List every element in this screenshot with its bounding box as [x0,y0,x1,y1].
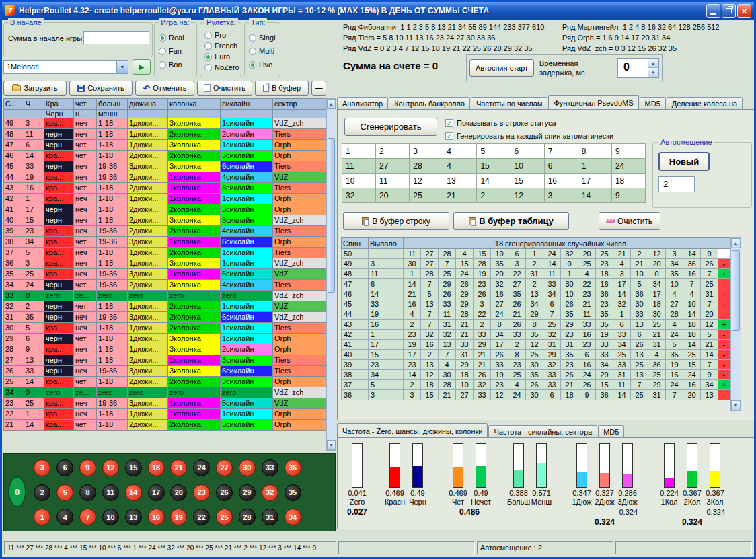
history-row[interactable]: 289кра...неч1-181дюжи...3колонка2сиклайн… [4,344,327,355]
history-row[interactable]: 3834кра...чет19-363дюжи...1колонка6сикла… [4,237,327,248]
radio-option-singl[interactable]: Singl [249,34,278,42]
history-row[interactable]: 330zeroze...zerozerozerozeroVdZ_zch [4,291,327,301]
history-row[interactable]: 4614кра...чет1-182дюжи...2колонка3сиклай… [4,151,327,161]
chevron-down-icon[interactable]: ▼ [116,61,128,73]
board-cell-21[interactable]: 21 [167,455,190,480]
board-cell-9[interactable]: 9 [77,455,100,480]
show-in-status-checkbox[interactable]: ✓Показывать в строке статуса [445,119,556,127]
scroll-down-icon[interactable]: ▼ [327,440,336,450]
board-cell-16[interactable]: 16 [145,505,167,529]
board-cell-22[interactable]: 22 [190,505,213,529]
column-header[interactable]: колонка [168,99,221,110]
board-cell-5[interactable]: 5 [54,480,77,505]
freqtab-zero-chances-dozens-columns[interactable]: Частота - Zero, шансы, дюжины, колонки [337,423,488,437]
minimize-button[interactable] [706,4,720,18]
board-cell-23[interactable]: 23 [190,480,213,505]
history-row[interactable]: 2325кра...неч19-363дюжи...1колонка5сикла… [4,398,327,409]
column-header[interactable]: Ч... [24,99,44,110]
board-cell-15[interactable]: 15 [122,455,145,480]
buffer-row-button[interactable]: В буфер строку [343,212,449,230]
result-row[interactable]: 47614729262332272333022161753410725- [342,279,730,289]
board-cell-35[interactable]: 35 [281,480,304,505]
history-row[interactable]: 4811черннеч1-181дюжи...2колонка2сиклайнT… [4,129,327,140]
collapse-button[interactable]: — [311,81,326,96]
result-row[interactable]: 431627312128268252933356132541812+ [342,320,730,330]
history-row[interactable]: 221кра...неч1-181дюжи...1колонка1сиклайн… [4,409,327,420]
radio-option-french[interactable]: French [204,42,239,50]
result-row[interactable]: 41171916133329172123131233334263151421- [342,340,730,350]
board-cell-2[interactable]: 2 [31,480,54,505]
radio-option-pro[interactable]: Pro [204,31,239,39]
result-row[interactable]: 4614215262926163513341023361436174431- [342,289,730,299]
spinner-up-icon[interactable]: ▲ [648,59,658,68]
result-row[interactable]: 4212332322133343335322316193362124105- [342,330,730,340]
history-row[interactable]: 322чернчет1-181дюжи...2колонка1сиклайнVd… [4,301,327,312]
tab-bankroll-control[interactable]: Контроль банкролла [389,97,470,109]
board-cell-3[interactable]: 3 [31,455,54,480]
fell-column-header[interactable]: Выпало [369,238,404,249]
board-cell-1[interactable]: 1 [31,505,54,529]
delay-spinner[interactable]: 0 ▲ ▼ [617,58,659,78]
board-cell-26[interactable]: 26 [213,480,236,505]
board-cell-13[interactable]: 13 [122,505,145,529]
scroll-down-icon[interactable]: ▼ [731,400,741,410]
board-cell-6[interactable]: 6 [54,455,77,480]
tab-number-frequencies[interactable]: Частоты по числам [471,97,547,109]
board-cell-29[interactable]: 29 [235,480,258,505]
result-row[interactable]: 383414123018261925353326242931132516249- [342,370,730,380]
generate-button[interactable]: Сгенерировать [344,118,437,136]
history-row[interactable]: 375кра...неч1-181дюжи...2колонка1сиклайн… [4,248,327,258]
clear-results-button[interactable]: Очистить [599,212,660,230]
tab-wheel-division[interactable]: Деление колеса на [667,97,743,109]
board-cell-18[interactable]: 18 [145,455,167,480]
radio-option-nozero[interactable]: NoZero [204,63,239,71]
history-row[interactable]: 4419кра...неч19-362дюжи...1колонка4сикла… [4,172,327,183]
column-header[interactable]: Кра... [44,99,74,110]
tab-psevdoms-functional[interactable]: Функционал PsevdoMS [548,95,638,109]
history-row[interactable]: 2713черннеч1-182дюжи...1колонка3сиклайнT… [4,355,327,366]
radio-option-euro[interactable]: Euro [204,52,239,61]
history-row[interactable]: 3424чернчет19-362дюжи...3колонка4сиклайн… [4,280,327,291]
radio-option-live[interactable]: Live [249,61,278,69]
result-row[interactable]: 4933027715283532140252342120343626- [342,259,730,269]
load-button[interactable]: Загрузить [3,81,67,96]
history-row[interactable]: 2633черннеч19-363дюжи...3колонка6сиклайн… [4,366,327,377]
history-row[interactable]: 296чернчет1-181дюжи...3колонка1сиклайнOr… [4,334,327,344]
scroll-up-icon[interactable]: ▲ [327,99,336,109]
copy-buffer-button[interactable]: В буфер [255,81,309,96]
radio-option-bon[interactable]: Bon [159,61,195,69]
result-row[interactable]: 375218281032234263321261511729241634+ [342,380,730,390]
board-cell-19[interactable]: 19 [167,505,190,529]
board-cell-34[interactable]: 34 [281,505,304,529]
radio-option-multi[interactable]: Multi [249,47,278,55]
history-row[interactable]: 240zeroze...zerozerozerozeroVdZ_zch [4,387,327,398]
board-cell-8[interactable]: 8 [77,480,100,505]
history-row[interactable]: 363кра...неч1-181дюжи...3колонка1сиклайн… [4,258,327,269]
generate-each-spin-checkbox[interactable]: ✓Генерировать на каждый спин автоматичес… [445,132,613,140]
scroll-thumb[interactable] [732,250,740,331]
new-button[interactable]: Новый [658,152,710,171]
history-row[interactable]: 3135черннеч19-363дюжи...2колонка6сиклайн… [4,312,327,323]
generated-numbers-header[interactable]: 18 сгенерированных случайных чисел [404,238,718,249]
play-button[interactable]: ▶ [133,59,151,75]
board-cell-14[interactable]: 14 [122,480,145,505]
board-cell-20[interactable]: 20 [167,480,190,505]
column-header[interactable]: дюжина [128,99,168,110]
save-button[interactable]: Сохранить [69,81,133,96]
spinner-down-icon[interactable]: ▼ [648,68,658,77]
history-row[interactable]: 3525кра...неч19-363дюжи...1колонка5сикла… [4,269,327,280]
history-row[interactable]: 421кра...неч1-181дюжи...1колонка1сиклайн… [4,194,327,204]
autospin-start-button[interactable]: Автоспин старт [469,59,534,77]
history-row[interactable]: 4015черннеч1-182дюжи...3колонка3сиклайнV… [4,215,327,226]
history-row[interactable]: 2114кра...чет1-182дюжи...2колонка3сиклай… [4,420,327,431]
autoshift-value-input[interactable]: 2 [658,176,695,192]
clear-history-button[interactable]: Очистить [197,81,252,96]
column-header[interactable]: чет [74,99,97,110]
board-cell-33[interactable]: 33 [258,455,281,480]
scroll-up-icon[interactable]: ▲ [731,238,741,248]
board-cell-24[interactable]: 24 [190,455,213,480]
column-header[interactable]: сектор [273,99,327,110]
result-row[interactable]: 50112728415106124322025212123149 [342,249,730,259]
scroll-thumb[interactable] [328,138,335,293]
undo-button[interactable]: ↶Отменить [135,81,194,96]
